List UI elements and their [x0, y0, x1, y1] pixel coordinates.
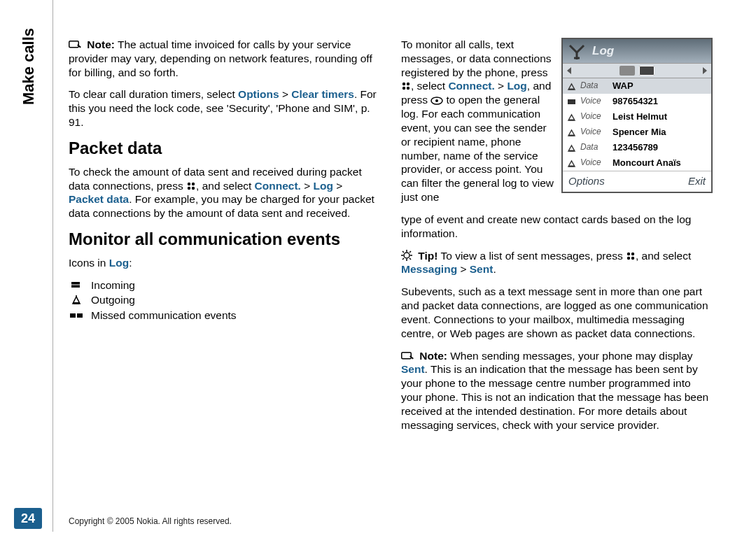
page-content: Note: The actual time invoiced for calls… — [69, 38, 713, 441]
log-app-icon — [567, 43, 587, 61]
log-row: VoiceMoncourt Anaïs — [563, 155, 711, 171]
svg-point-12 — [407, 87, 410, 90]
svg-point-14 — [435, 99, 438, 102]
icons-intro: Icons in Log: — [69, 256, 380, 270]
svg-rect-33 — [569, 150, 574, 151]
outgoing-icon — [69, 295, 84, 305]
tab-icon-active — [639, 66, 654, 76]
icons-legend: Incoming Outgoing Missed communication e… — [69, 278, 380, 323]
svg-point-11 — [402, 87, 405, 90]
log-row: VoiceLeist Helmut — [563, 109, 711, 125]
link-log: Log — [109, 257, 129, 269]
outgoing-icon — [567, 160, 576, 167]
paragraph: To monitor all calls, text messages, or … — [401, 38, 556, 204]
missed-icon — [69, 311, 84, 320]
paragraph-continued: type of event and create new contact car… — [401, 213, 713, 241]
incoming-icon — [69, 281, 84, 289]
svg-point-2 — [192, 182, 195, 185]
menu-key-icon — [186, 181, 196, 191]
link-log: Log — [314, 180, 333, 192]
svg-rect-7 — [70, 313, 76, 318]
log-row-type: Data — [580, 80, 608, 91]
log-row: VoiceSpencer Mia — [563, 125, 711, 140]
phone-screenshot: Log DataWAPVoice987654321VoiceLeist Helm… — [561, 38, 713, 193]
log-row-type: Voice — [580, 127, 608, 137]
log-row-value: WAP — [612, 80, 634, 92]
link-messaging: Messaging — [401, 263, 457, 275]
section-title: Make calls — [20, 28, 38, 105]
note-text: Note: The actual time invoiced for calls… — [69, 38, 372, 78]
svg-point-26 — [627, 256, 630, 259]
link-options: Options — [238, 88, 279, 100]
heading-packet-data: Packet data — [69, 138, 380, 160]
svg-point-24 — [627, 252, 630, 255]
svg-point-1 — [188, 182, 190, 185]
phone-title-bar: Log — [563, 39, 711, 63]
svg-rect-32 — [569, 134, 574, 136]
svg-rect-0 — [69, 41, 79, 48]
phone-tabs — [563, 63, 711, 78]
legend-incoming: Incoming — [91, 278, 135, 292]
svg-line-23 — [402, 258, 404, 260]
svg-rect-6 — [74, 302, 79, 304]
svg-point-3 — [188, 186, 190, 189]
tab-arrow-left-icon — [567, 67, 571, 74]
paragraph: Subevents, such as a text message sent i… — [401, 285, 713, 340]
tip-icon — [401, 250, 412, 261]
outgoing-icon — [567, 129, 576, 136]
note-icon — [401, 352, 414, 361]
log-row-value: Leist Helmut — [612, 111, 667, 123]
left-column: Note: The actual time invoiced for calls… — [69, 38, 380, 441]
log-row-type: Voice — [580, 111, 608, 122]
outgoing-icon — [567, 113, 576, 121]
svg-point-10 — [407, 83, 410, 85]
legend-outgoing: Outgoing — [91, 293, 135, 307]
log-row: DataWAP — [563, 78, 711, 94]
legend-missed: Missed communication events — [91, 309, 237, 323]
svg-line-20 — [402, 251, 404, 253]
svg-rect-31 — [569, 119, 574, 120]
link-connect: Connect. — [255, 180, 301, 192]
link-sent: Sent — [470, 263, 493, 275]
softkey-bar: Options Exit — [563, 171, 711, 192]
link-clear-timers: Clear timers — [291, 88, 354, 100]
link-log: Log — [507, 80, 526, 92]
log-row-value: Moncourt Anaïs — [612, 157, 681, 169]
log-row: Voice987654321 — [563, 94, 711, 109]
incoming-icon — [567, 98, 576, 106]
note-block: Note: When sending messages, your phone … — [401, 349, 713, 432]
heading-monitor: Monitor all communication events — [69, 229, 380, 250]
log-row-type: Voice — [580, 157, 608, 168]
log-row-value: 123456789 — [612, 142, 658, 154]
scroll-key-icon — [430, 97, 443, 105]
svg-point-25 — [631, 252, 634, 255]
outgoing-icon — [567, 83, 576, 90]
log-list: DataWAPVoice987654321VoiceLeist HelmutVo… — [563, 78, 711, 171]
tip-block: Tip! To view a list of sent messages, pr… — [401, 249, 713, 277]
tip-label: Tip! — [418, 250, 438, 262]
svg-rect-34 — [569, 165, 574, 167]
svg-rect-28 — [402, 352, 412, 358]
svg-rect-29 — [569, 88, 574, 90]
log-row-value: 987654321 — [612, 96, 658, 108]
paragraph: To clear call duration timers, select Op… — [69, 87, 380, 129]
note-block: Note: The actual time invoiced for calls… — [69, 38, 380, 79]
svg-point-4 — [192, 186, 195, 189]
page-number: 24 — [14, 508, 42, 529]
log-row-type: Voice — [580, 96, 608, 106]
right-column: To monitor all calls, text messages, or … — [401, 38, 713, 441]
log-row-value: Spencer Mia — [612, 127, 666, 139]
link-sent: Sent — [401, 363, 425, 375]
tab-icon — [620, 66, 635, 76]
svg-point-27 — [631, 256, 634, 259]
softkey-right: Exit — [688, 174, 706, 187]
svg-point-9 — [402, 83, 405, 85]
tab-arrow-right-icon — [703, 67, 707, 74]
note-icon — [69, 41, 81, 50]
phone-title: Log — [592, 44, 614, 57]
softkey-left: Options — [568, 174, 605, 187]
svg-rect-30 — [568, 99, 575, 104]
log-row: Data123456789 — [563, 140, 711, 155]
link-connect: Connect. — [448, 80, 494, 92]
copyright-footer: Copyright © 2005 Nokia. All rights reser… — [69, 516, 232, 526]
